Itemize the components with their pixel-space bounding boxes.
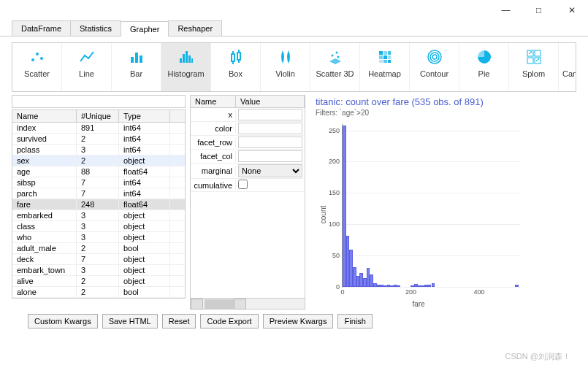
svg-rect-9 (188, 55, 191, 63)
param-row-x: x (191, 108, 305, 122)
minimize-button[interactable]: — (489, 0, 522, 20)
table-row[interactable]: pclass3int64 (12, 145, 185, 155)
tool-splom[interactable]: Splom (509, 43, 559, 91)
svg-point-38 (536, 60, 538, 61)
table-row[interactable]: adult_male2bool (12, 243, 185, 254)
param-row-facet_col: facet_col (191, 150, 305, 164)
bar-icon (113, 47, 159, 66)
param-row-marginal: marginalNone (191, 164, 305, 179)
finish-button[interactable]: Finish (337, 314, 372, 328)
svg-rect-21 (383, 51, 387, 55)
pie-icon (461, 47, 507, 66)
tool-candlestick-v[interactable]: Candlestick V (559, 43, 576, 91)
param-cumulative-checkbox[interactable] (238, 180, 248, 189)
svg-rect-33 (535, 50, 541, 56)
svg-rect-20 (379, 51, 383, 55)
close-button[interactable]: ✕ (555, 0, 588, 20)
code-export-button[interactable]: Code Export (200, 314, 258, 328)
box-icon (213, 47, 259, 66)
candlestick-v-icon (560, 47, 576, 66)
tool-bar[interactable]: Bar (112, 43, 161, 91)
tool-violin[interactable]: Violin (261, 43, 310, 91)
table-row[interactable]: deck7object (12, 254, 185, 265)
chart-subtitle: Filters: `age`>20 (310, 109, 576, 120)
svg-rect-24 (383, 55, 387, 59)
save-html-button[interactable]: Save HTML (102, 314, 158, 328)
heatmap-icon (362, 47, 408, 66)
table-row[interactable]: sex2object (12, 155, 185, 166)
svg-point-30 (430, 53, 439, 61)
table-row[interactable]: class3object (12, 221, 185, 232)
tool-line[interactable]: Line (62, 43, 112, 91)
maximize-button[interactable]: □ (522, 0, 555, 20)
scatter-icon (14, 47, 60, 66)
tab-grapher[interactable]: Grapher (121, 21, 169, 36)
table-row[interactable]: embarked3object (12, 210, 185, 221)
param-row-cumulative: cumulative (191, 179, 305, 192)
svg-rect-3 (131, 57, 134, 63)
svg-point-37 (530, 51, 532, 53)
tool-histogram[interactable]: Histogram (161, 43, 211, 91)
schema-search-input[interactable] (12, 95, 186, 108)
table-row[interactable]: parch7int64 (12, 188, 185, 199)
violin-icon (262, 47, 308, 66)
svg-rect-28 (388, 60, 391, 63)
svg-rect-4 (135, 53, 138, 63)
svg-rect-6 (180, 58, 182, 63)
histogram-bar (515, 285, 519, 287)
tool-box[interactable]: Box (211, 43, 261, 91)
param-facet_row-input[interactable] (238, 137, 302, 148)
y-tick: 100 (329, 220, 343, 228)
tab-statistics[interactable]: Statistics (70, 20, 121, 36)
table-row[interactable]: fare248float64 (12, 199, 185, 210)
y-tick: 50 (332, 252, 343, 259)
tool-scatter-3d[interactable]: Scatter 3D (310, 43, 360, 91)
svg-rect-27 (383, 60, 387, 63)
col-header-type[interactable]: Type (119, 110, 170, 122)
tool-pie[interactable]: Pie (459, 43, 509, 91)
contour-icon (411, 47, 457, 66)
tool-heatmap[interactable]: Heatmap (360, 43, 410, 91)
chart-title: titanic: count over fare (535 obs. of 89… (310, 95, 576, 109)
svg-rect-14 (237, 53, 240, 60)
y-tick: 150 (329, 189, 343, 196)
col-header-name[interactable]: Name (12, 110, 77, 122)
watermark: CSDN @刘润森！ (505, 351, 570, 362)
tool-scatter[interactable]: Scatter (12, 43, 62, 91)
table-row[interactable]: alive2object (12, 276, 185, 287)
tool-contour[interactable]: Contour (410, 43, 459, 91)
horizontal-scrollbar[interactable] (191, 298, 305, 309)
line-icon (64, 47, 110, 66)
table-row[interactable]: index891int64 (12, 123, 185, 134)
custom-kwargs-button[interactable]: Custom Kwargs (28, 314, 98, 328)
svg-point-17 (331, 55, 333, 57)
table-row[interactable]: survived2int64 (12, 134, 185, 145)
y-tick: 200 (329, 158, 343, 165)
param-marginal-select[interactable]: None (238, 164, 302, 177)
table-row[interactable]: sibsp7int64 (12, 177, 185, 188)
param-header-name: Name (191, 96, 236, 107)
param-facet_col-input[interactable] (238, 150, 302, 162)
reset-button[interactable]: Reset (162, 314, 196, 328)
table-row[interactable]: embark_town3object (12, 265, 185, 276)
x-tick: 0 (340, 287, 344, 296)
histogram-bar (432, 283, 435, 287)
param-color-input[interactable] (238, 123, 302, 134)
table-row[interactable]: who3object (12, 232, 185, 243)
svg-rect-5 (140, 55, 142, 63)
param-x-input[interactable] (238, 109, 302, 120)
histogram-plot[interactable]: count fare 0501001502002500200400 (313, 120, 524, 310)
col-header-unique[interactable]: #Unique (77, 110, 119, 122)
preview-kwargs-button[interactable]: Preview Kwargs (263, 314, 334, 328)
table-row[interactable]: alone2bool (12, 287, 185, 298)
table-row[interactable]: age88float64 (12, 166, 185, 177)
param-header-value: Value (236, 96, 305, 107)
x-tick: 200 (405, 287, 416, 296)
tab-dataframe[interactable]: DataFrame (12, 20, 71, 36)
tab-reshaper[interactable]: Reshaper (168, 20, 222, 36)
schema-table: Name #Unique Type index891int64survived2… (12, 110, 186, 299)
param-row-facet_row: facet_row (191, 136, 305, 150)
svg-point-0 (31, 58, 34, 61)
x-tick: 400 (473, 287, 484, 296)
splom-icon (511, 47, 557, 66)
